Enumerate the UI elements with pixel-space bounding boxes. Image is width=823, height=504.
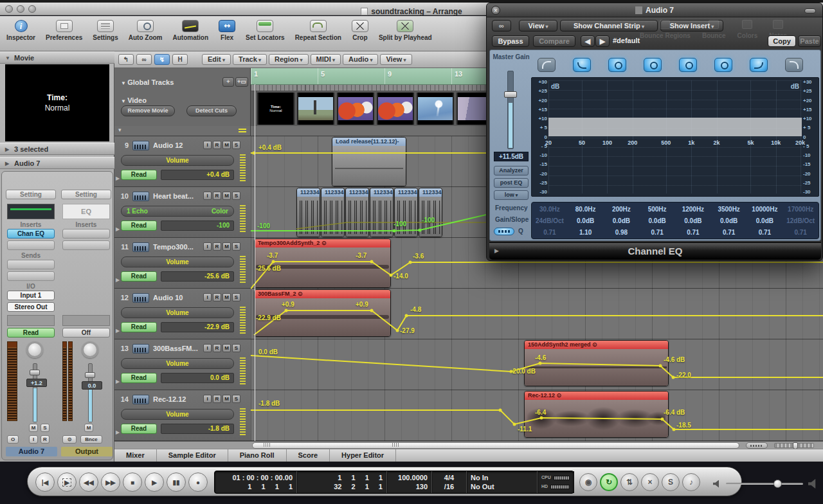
- record-enable-button[interactable]: R: [41, 435, 50, 444]
- hide-tracks-button[interactable]: H: [172, 54, 188, 65]
- add-multiple-tracks-button[interactable]: +▭: [235, 77, 248, 87]
- input-monitor-button[interactable]: I: [203, 395, 212, 403]
- disclosure-triangle[interactable]: ▶: [116, 379, 120, 384]
- band-q-value[interactable]: 0.71: [675, 227, 711, 239]
- bypass-button[interactable]: Bypass: [492, 35, 529, 47]
- mute-button[interactable]: M: [84, 424, 93, 432]
- pan-knob[interactable]: [26, 341, 43, 358]
- automation-parameter-button[interactable]: Volume: [121, 256, 234, 267]
- band-frequency-value[interactable]: 3500Hz: [711, 204, 747, 215]
- editor-tab[interactable]: Sample Editor: [157, 449, 228, 462]
- group-slot[interactable]: [7, 315, 55, 326]
- automation-label[interactable]: 0.0 dB: [258, 348, 278, 356]
- band-q-value[interactable]: 0.71: [639, 227, 675, 239]
- solo-button[interactable]: S: [232, 192, 240, 200]
- record-enable-button[interactable]: R: [213, 242, 221, 251]
- movie-section-header[interactable]: Movie: [0, 51, 114, 64]
- band-q-value[interactable]: 0.98: [604, 227, 640, 239]
- arrange-menu[interactable]: Audio: [343, 54, 378, 65]
- volume-slider[interactable]: [726, 483, 803, 485]
- track-row[interactable]: 11 Tempo300... I R M S Volume Read -25.6…: [114, 238, 251, 289]
- solo-button[interactable]: S: [232, 395, 240, 403]
- transport-mode-button[interactable]: S: [662, 473, 680, 491]
- band-frequency-value[interactable]: 200Hz: [604, 204, 640, 215]
- eq-band-column[interactable]: 500Hz 0.0dB 0.71: [639, 204, 675, 237]
- eq-band-column[interactable]: 30.0Hz 24dB/Oct 0.71: [532, 204, 568, 237]
- mute-button[interactable]: M: [222, 395, 231, 403]
- automation-value[interactable]: -25.6 dB: [161, 271, 234, 282]
- track-row[interactable]: 13 300BassFM... I R M S Volume Read 0.0 …: [114, 339, 251, 390]
- disclosure-triangle[interactable]: ▶: [116, 226, 120, 232]
- previous-preset-button[interactable]: ◀: [581, 35, 595, 47]
- band-gain-value[interactable]: 0.0dB: [639, 215, 675, 227]
- add-track-button[interactable]: +: [222, 77, 234, 87]
- paste-button[interactable]: Paste: [798, 35, 821, 47]
- transport-button[interactable]: ▶: [145, 473, 164, 492]
- band-frequency-value[interactable]: 30.0Hz: [532, 204, 568, 215]
- insert-slot-empty[interactable]: [62, 229, 110, 239]
- track-row[interactable]: 9 Audio 12 I R M S Volume Read +0.4 dB ▶: [114, 136, 251, 187]
- band-gain-value[interactable]: 0.0dB: [711, 215, 747, 227]
- transport-button[interactable]: ●: [188, 473, 208, 492]
- global-tracks-header[interactable]: Global Tracks: [121, 78, 174, 86]
- stereo-format-button[interactable]: ⊙: [62, 435, 77, 444]
- channel-name[interactable]: Audio 7: [6, 447, 57, 456]
- toolbar-button[interactable]: Crop: [352, 20, 368, 41]
- band-frequency-value[interactable]: 1200Hz: [675, 204, 711, 215]
- eq-thumbnail[interactable]: [7, 204, 55, 219]
- automation-mode-button[interactable]: Read: [121, 221, 157, 231]
- audio-region[interactable]: 150AddSynth2 merged ⊙: [524, 340, 669, 386]
- bounce-button[interactable]: Bnce: [80, 435, 102, 444]
- arrange-menu[interactable]: Region: [269, 54, 309, 65]
- toolbar-button[interactable]: Split by Playhead: [379, 20, 432, 41]
- track-row[interactable]: 10 Heart beat... I R M S 1 Echo Color Re…: [114, 187, 251, 238]
- link-button[interactable]: ∞: [136, 54, 152, 65]
- automation-mode-button[interactable]: Off: [62, 328, 110, 338]
- automation-label[interactable]: -3.7: [267, 252, 278, 259]
- audio-region[interactable]: 112334: [394, 188, 418, 237]
- audio7-section-header[interactable]: Audio 7: [0, 157, 114, 169]
- input-monitor-button[interactable]: I: [203, 242, 212, 251]
- automation-label[interactable]: -11.1: [518, 426, 532, 433]
- automation-value[interactable]: 0.0 dB: [161, 373, 234, 383]
- global-fold-strip[interactable]: [114, 126, 251, 136]
- automation-label[interactable]: -100: [422, 217, 435, 224]
- automation-mode-button[interactable]: Read: [121, 373, 157, 383]
- band-gain-value[interactable]: 0.0dB: [568, 215, 604, 227]
- input-monitor-button[interactable]: I: [203, 192, 212, 200]
- disclosure-triangle[interactable]: ▶: [116, 328, 120, 334]
- eq-band-button[interactable]: [608, 58, 626, 72]
- fader-thumb[interactable]: [85, 372, 95, 378]
- toolbar-button[interactable]: Auto Zoom: [129, 20, 163, 41]
- automation-mode-button[interactable]: Read: [121, 424, 157, 434]
- group-slot[interactable]: [62, 315, 110, 326]
- record-enable-button[interactable]: R: [213, 192, 221, 200]
- format-button[interactable]: O: [7, 435, 19, 444]
- scroll-grip[interactable]: [264, 443, 270, 447]
- toolbar-button[interactable]: Automation: [173, 20, 209, 41]
- mute-button[interactable]: M: [222, 192, 231, 200]
- transport-button[interactable]: ▮▮: [167, 473, 186, 492]
- eq-band-column[interactable]: 3500Hz 0.0dB 0.71: [711, 204, 747, 237]
- band-frequency-value[interactable]: 17000Hz: [782, 204, 818, 215]
- eq-band-column[interactable]: 1200Hz 0.0dB 0.71: [675, 204, 711, 237]
- eq-graph[interactable]: +30+25+20+15+10+ 50- 5-10-15-20-25-30 +3…: [531, 77, 819, 197]
- video-track-header[interactable]: Video: [121, 96, 147, 104]
- post-eq-button[interactable]: post EQ: [494, 178, 529, 188]
- automation-parameter-button[interactable]: Volume: [121, 307, 234, 318]
- drag-tool-button[interactable]: ↰: [118, 54, 134, 65]
- mute-button[interactable]: M: [222, 242, 231, 251]
- toolbar-button[interactable]: Inspector: [6, 20, 35, 41]
- band-q-value[interactable]: 1.10: [568, 227, 604, 239]
- link-icon[interactable]: ∞: [492, 20, 511, 32]
- solo-button[interactable]: S: [232, 242, 240, 251]
- audio-region[interactable]: 112334: [321, 188, 345, 237]
- scrollbar-thumb[interactable]: [252, 442, 739, 449]
- automation-label[interactable]: -14.0: [393, 273, 408, 280]
- lcd-display[interactable]: 01 : 00 : 00 : 00.001 1 1 1 1 1 1 132 2 …: [214, 471, 574, 494]
- eq-band-button[interactable]: [750, 58, 768, 72]
- mute-button[interactable]: M: [222, 293, 231, 302]
- solo-button[interactable]: S: [41, 424, 50, 432]
- mute-button[interactable]: M: [222, 344, 231, 352]
- automation-label[interactable]: -3.7: [356, 252, 366, 259]
